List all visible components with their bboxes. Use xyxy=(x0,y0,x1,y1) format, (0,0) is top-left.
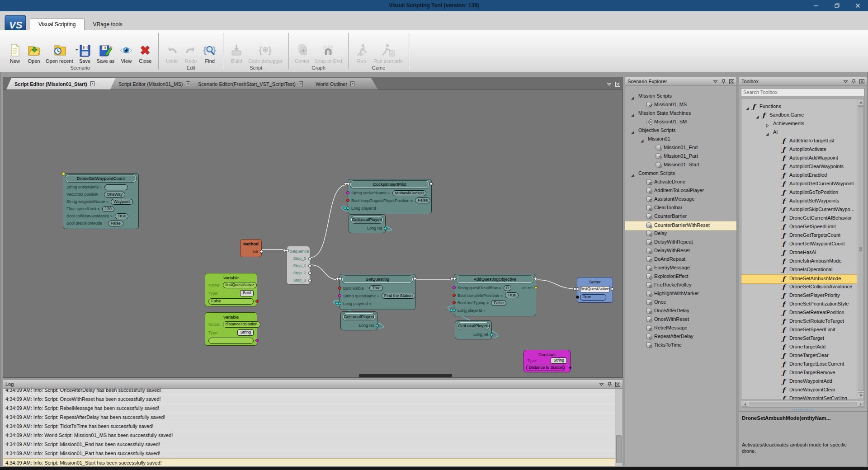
tree-item-delay[interactable]: Delay xyxy=(625,230,736,238)
log-entry[interactable]: 4:34:09 AM: Info: World Script: Mission0… xyxy=(3,431,615,440)
ring-magenta-pin[interactable] xyxy=(569,366,572,369)
tree-item-dronesetrotatetotarget[interactable]: ƒDroneSetRotateToTarget xyxy=(741,317,857,326)
tree-item-autopilotclearwaypoints[interactable]: ƒAutopilotClearWaypoints xyxy=(741,163,857,171)
expander-expanded-icon[interactable] xyxy=(640,137,644,141)
constant-value[interactable]: Distance to Station: ... xyxy=(526,365,565,371)
white-pin[interactable] xyxy=(429,182,433,185)
white-pin[interactable] xyxy=(611,287,614,291)
tree-item-dronehasai[interactable]: ƒDroneHasAI xyxy=(741,249,857,257)
open-button[interactable]: Open xyxy=(24,42,43,64)
node-get-local-player-id-3[interactable]: GetLocalPlayerIdLong ret xyxy=(455,320,492,339)
doc-tab-world-outliner[interactable]: World Outliner× xyxy=(307,78,378,89)
log-entry[interactable]: 4:34:09 AM: Info: Script: Mission01_Part… xyxy=(3,449,615,458)
scroll-right-arrow-icon[interactable] xyxy=(858,402,864,407)
tree-item-autopilotaddwaypoint[interactable]: ƒAutopilotAddWaypoint xyxy=(741,154,857,163)
pin-icon[interactable] xyxy=(721,79,726,85)
tree-item-autopilotgotoposition[interactable]: ƒAutopilotGoToPosition xyxy=(741,188,857,197)
tree-item-cleartoolbar[interactable]: ClearToolbar xyxy=(625,204,736,212)
toolbox-header[interactable]: Toolbox xyxy=(739,77,867,86)
script-graph-canvas[interactable]: DroneGetWaypointCountString entityName =… xyxy=(3,89,623,378)
white-pin[interactable] xyxy=(286,249,289,252)
cyan-pin[interactable] xyxy=(384,227,387,230)
tree-item-autopilotenabled[interactable]: ƒAutopilotEnabled xyxy=(741,171,857,180)
close-tab-icon[interactable]: × xyxy=(299,81,303,86)
tree-item-repeatafterdelay[interactable]: RepeatAfterDelay xyxy=(625,333,736,341)
expander-expanded-icon[interactable] xyxy=(745,104,750,109)
tree-item-mission01-ms[interactable]: Mission01_MS xyxy=(625,101,736,109)
step-output-pin[interactable] xyxy=(308,264,311,268)
doc-tab-script-editor-mission01-start[interactable]: Script Editor (Mission01_Start)× xyxy=(6,78,127,89)
setter-variable-name[interactable]: firstQuestActive xyxy=(580,286,610,292)
log-entry[interactable]: 4:34:09 AM: Info: Script: Mission01_Star… xyxy=(3,458,615,466)
tree-item-doandrepeat[interactable]: DoAndRepeat xyxy=(625,255,736,264)
expander-expanded-icon[interactable] xyxy=(765,130,769,135)
red-pin[interactable] xyxy=(453,294,456,297)
close-tab-icon[interactable]: × xyxy=(186,81,190,86)
restore-button[interactable] xyxy=(826,0,847,11)
tree-item-activatedrone[interactable]: ActivateDrone xyxy=(625,178,736,187)
tree-item-mission-scripts[interactable]: Mission Scripts xyxy=(625,92,736,101)
tree-item-dronetargetadd[interactable]: ƒDroneTargetAdd xyxy=(741,343,857,352)
minimize-button[interactable] xyxy=(806,0,826,11)
magenta-pin[interactable] xyxy=(346,191,349,194)
tree-item-droneisoperational[interactable]: ƒDroneIsOperational xyxy=(741,266,857,274)
tree-item-droneisinambushmode[interactable]: ƒDroneIsInAmbushMode xyxy=(741,257,857,266)
expander-expanded-icon[interactable] xyxy=(630,94,635,99)
magenta-pin[interactable] xyxy=(338,294,341,297)
tree-item-delaywithreset[interactable]: DelayWithReset xyxy=(625,247,736,255)
close-button[interactable]: Close xyxy=(136,42,155,64)
magenta-pin[interactable] xyxy=(453,286,456,289)
variable-default-value[interactable]: False xyxy=(208,298,254,305)
white-pin[interactable] xyxy=(413,277,416,280)
expander-expanded-icon[interactable] xyxy=(630,128,635,133)
field-value[interactable]: MohawkCockpit xyxy=(392,190,427,196)
tree-item-dronetargetremove[interactable]: ƒDroneTargetRemove xyxy=(741,369,857,377)
cyan-pin[interactable] xyxy=(490,333,493,336)
tree-item-mission01-sm[interactable]: Mission01_SM xyxy=(625,118,736,127)
tree-item-mission01-end[interactable]: Mission01_End xyxy=(625,144,736,152)
white-pin[interactable] xyxy=(260,250,263,253)
node-method[interactable]: MethodInit xyxy=(240,239,262,257)
tree-item-functions[interactable]: ƒFunctions xyxy=(741,103,857,111)
tree-item-dronegetwaypointcount[interactable]: ƒDroneGetWaypointCount xyxy=(741,240,857,249)
canvas-horizontal-scrollbar[interactable] xyxy=(359,374,452,377)
white-pin[interactable] xyxy=(576,287,579,291)
open-recent-button[interactable]: Open recent xyxy=(43,42,75,64)
red-pin[interactable] xyxy=(346,199,349,202)
tree-item-dronewaypointclear[interactable]: ƒDroneWaypointClear xyxy=(741,386,857,395)
tree-item-sandbox-game[interactable]: ƒSandbox.Game xyxy=(741,111,857,120)
titlebar[interactable]: Visual Scripting Tool (version: 139) xyxy=(0,0,868,11)
new-button[interactable]: New xyxy=(5,42,24,64)
log-vertical-scrollbar[interactable] xyxy=(615,389,623,466)
tree-item-explosioneffect[interactable]: ExplosionEffect xyxy=(625,273,736,281)
tree-item-tickstotime[interactable]: TicksToTime xyxy=(625,341,736,350)
expander-expanded-icon[interactable] xyxy=(755,113,760,118)
tree-item-mission01-start[interactable]: Mission01_Start xyxy=(625,161,736,169)
tree-item-dronesetcollisionavoidance[interactable]: ƒDroneSetCollisionAvoidance xyxy=(741,283,857,291)
tree-item-firerocketvolley[interactable]: FireRocketVolley xyxy=(625,281,736,290)
tree-item-onceafterdelay[interactable]: OnceAfterDelay xyxy=(625,307,736,315)
node-get-local-player-id-2[interactable]: GetLocalPlayerIdLong ret xyxy=(340,311,377,330)
find-button[interactable]: {}Find xyxy=(200,42,219,64)
node-cockpit-insert-pilot[interactable]: CockpitInsertPilotString cockpitName =Mo… xyxy=(348,179,432,214)
tree-item-ai[interactable]: AI xyxy=(741,128,857,137)
variable-name-value[interactable]: firstQuestActive xyxy=(223,282,257,288)
log-entry[interactable]: 4:34:09 AM: Info: Script: OnceWithReset … xyxy=(3,395,615,404)
scenario-explorer-header[interactable]: Scenario Explorer xyxy=(625,77,736,86)
tree-item-addgridtotargetlist[interactable]: ƒAddGridToTargetList xyxy=(741,137,857,146)
tree-item-dronegetspeedlimit[interactable]: ƒDroneGetSpeedLimit xyxy=(741,223,857,231)
node-sequence[interactable]: SequenceStep_0Step_1Step_2Step_3 xyxy=(287,246,310,285)
cyan-pin[interactable] xyxy=(376,324,379,327)
tree-item-dronesetprioritizationstyle[interactable]: ƒDroneSetPrioritizationStyle xyxy=(741,300,857,309)
tree-item-autopilotskipcurrentwaypo[interactable]: ƒAutopilotSkipCurrentWaypo... xyxy=(741,206,857,214)
log-entry[interactable]: 4:34:09 AM: Info: Script: RepeatAfterDel… xyxy=(3,413,615,422)
node-setter-first-quest-active[interactable]: SetterfirstQuestActiveTrue xyxy=(577,277,613,303)
pin-icon[interactable] xyxy=(607,381,613,387)
tree-item-counterbarrier[interactable]: CounterBarrier xyxy=(625,212,736,221)
chevron-down-icon[interactable] xyxy=(843,79,849,85)
field-value[interactable]: 0 xyxy=(504,285,511,291)
node-add-questlog-objective[interactable]: AddQuestlogObjectiveString questDetailRo… xyxy=(454,274,536,316)
tree-item-dronesetambushmode[interactable]: ƒDroneSetAmbushMode xyxy=(741,274,857,284)
cyan-pin[interactable] xyxy=(338,302,341,305)
chevron-down-icon[interactable] xyxy=(599,381,604,387)
